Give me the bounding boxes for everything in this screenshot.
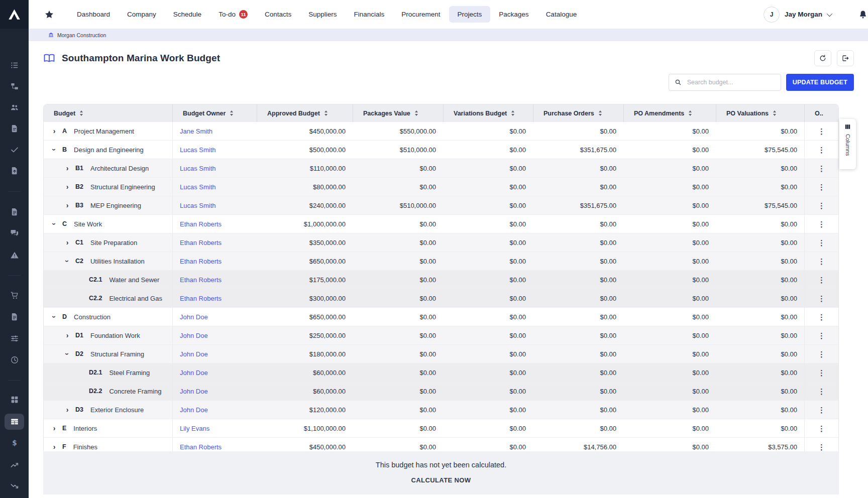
nav-item-financials[interactable]: Financials (345, 6, 393, 23)
kebab-menu-icon[interactable]: ⋮ (818, 146, 825, 154)
column-header-budget[interactable]: Budget (44, 104, 172, 122)
nav-item-company[interactable]: Company (119, 6, 165, 23)
nav-item-projects[interactable]: Projects (449, 6, 491, 23)
refresh-button[interactable] (814, 50, 831, 66)
sidebar-item-invoice[interactable] (0, 308, 29, 325)
sidebar-item-document[interactable] (0, 120, 29, 137)
table-row-d2[interactable]: › D2 Structural Framing John Doe $180,00… (44, 345, 838, 363)
sidebar-item-dashboard[interactable] (0, 391, 29, 408)
owner-link[interactable]: Jane Smith (180, 128, 212, 135)
expand-chevron-icon[interactable]: › (64, 350, 71, 357)
app-logo[interactable] (0, 0, 29, 29)
nav-item-to-do[interactable]: To-do 11 (210, 6, 256, 23)
table-row-b[interactable]: › B Design and Engineering Lucas Smith $… (44, 141, 838, 159)
kebab-menu-icon[interactable]: ⋮ (818, 165, 825, 172)
owner-link[interactable]: Lucas Smith (180, 202, 216, 209)
table-row-c[interactable]: › C Site Work Ethan Roberts $1,000,000.0… (44, 215, 838, 233)
kebab-menu-icon[interactable]: ⋮ (818, 202, 825, 209)
nav-item-contacts[interactable]: Contacts (256, 6, 300, 23)
expand-chevron-icon[interactable]: › (64, 202, 71, 209)
expand-chevron-icon[interactable]: › (51, 128, 58, 135)
expand-chevron-icon[interactable]: › (64, 183, 71, 190)
column-header-variations-budget[interactable]: Variations Budget (443, 104, 533, 122)
expand-chevron-icon[interactable]: › (51, 313, 58, 320)
sidebar-item-users[interactable] (0, 99, 29, 116)
export-button[interactable] (837, 50, 854, 66)
table-row-d1[interactable]: › D1 Foundation Work John Doe $250,000.0… (44, 326, 838, 345)
sidebar-item-invoice[interactable] (0, 203, 29, 220)
sidebar-item-budget-table[interactable] (0, 413, 29, 430)
owner-link[interactable]: Ethan Roberts (180, 276, 222, 284)
owner-link[interactable]: John Doe (180, 350, 208, 358)
table-row-c1[interactable]: › C1 Site Preparation Ethan Roberts $350… (44, 233, 838, 252)
owner-link[interactable]: Ethan Roberts (180, 295, 222, 302)
table-row-a[interactable]: › A Project Management Jane Smith $450,0… (44, 122, 838, 141)
sidebar-item-chat[interactable] (0, 224, 29, 241)
table-row-b2[interactable]: › B2 Structural Engineering Lucas Smith … (44, 178, 838, 196)
table-row-f[interactable]: › F Finishes Ethan Roberts $450,000.00 $… (44, 438, 838, 452)
sidebar-item-trend-up[interactable] (0, 456, 29, 473)
owner-link[interactable]: John Doe (180, 406, 208, 414)
kebab-menu-icon[interactable]: ⋮ (818, 183, 825, 191)
favorite-star-icon[interactable] (44, 10, 54, 20)
notifications-bell-icon[interactable] (858, 10, 868, 20)
columns-panel-tab[interactable]: Columns (839, 119, 856, 169)
table-row-b1[interactable]: › B1 Architectural Design Lucas Smith $1… (44, 159, 838, 178)
owner-link[interactable]: John Doe (180, 388, 208, 395)
column-header-budget-owner[interactable]: Budget Owner (172, 104, 257, 122)
user-menu[interactable]: J Jay Morgan (764, 7, 831, 23)
table-row-c2-1[interactable]: C2.1 Water and Sewer Ethan Roberts $175,… (44, 271, 838, 289)
search-box[interactable] (669, 74, 781, 91)
nav-item-dashboard[interactable]: Dashboard (68, 6, 119, 23)
owner-link[interactable]: Ethan Roberts (180, 220, 222, 228)
owner-link[interactable]: Lily Evans (180, 425, 209, 432)
expand-chevron-icon[interactable]: › (51, 220, 58, 227)
sidebar-item-clock[interactable] (0, 351, 29, 368)
owner-link[interactable]: Lucas Smith (180, 183, 216, 191)
expand-chevron-icon[interactable]: › (51, 425, 58, 432)
expand-chevron-icon[interactable]: › (51, 146, 58, 153)
nav-item-suppliers[interactable]: Suppliers (300, 6, 345, 23)
update-budget-button[interactable]: UPDATE BUDGET (786, 74, 854, 91)
owner-link[interactable]: Lucas Smith (180, 165, 216, 172)
table-row-d2-2[interactable]: D2.2 Concrete Framing John Doe $60,000.0… (44, 382, 838, 401)
kebab-menu-icon[interactable]: ⋮ (818, 388, 825, 395)
sidebar-item-warning[interactable] (0, 246, 29, 264)
column-header-po-valuations[interactable]: PO Valuations (716, 104, 804, 122)
nav-item-schedule[interactable]: Schedule (165, 6, 210, 23)
search-input[interactable] (686, 78, 775, 86)
table-row-c2[interactable]: › C2 Utilities Installation Ethan Robert… (44, 252, 838, 271)
kebab-menu-icon[interactable]: ⋮ (818, 350, 825, 358)
owner-link[interactable]: John Doe (180, 313, 208, 321)
expand-chevron-icon[interactable]: › (64, 239, 71, 246)
table-row-d3[interactable]: › D3 Exterior Enclosure John Doe $120,00… (44, 401, 838, 419)
kebab-menu-icon[interactable]: ⋮ (818, 313, 825, 321)
column-header-purchase-orders[interactable]: Purchase Orders (533, 104, 623, 122)
owner-link[interactable]: Ethan Roberts (180, 239, 222, 246)
sidebar-item-list[interactable] (0, 57, 29, 74)
kebab-menu-icon[interactable]: ⋮ (818, 239, 825, 246)
kebab-menu-icon[interactable]: ⋮ (818, 220, 825, 228)
sidebar-item-cart[interactable] (0, 287, 29, 304)
table-row-d2-1[interactable]: D2.1 Steel Framing John Doe $60,000.00 $… (44, 363, 838, 382)
kebab-menu-icon[interactable]: ⋮ (818, 425, 825, 432)
kebab-menu-icon[interactable]: ⋮ (818, 443, 825, 451)
owner-link[interactable]: Ethan Roberts (180, 443, 222, 451)
column-header-packages-value[interactable]: Packages Value (353, 104, 443, 122)
table-row-e[interactable]: › E Interiors Lily Evans $1,100,000.00 $… (44, 419, 838, 438)
kebab-menu-icon[interactable]: ⋮ (818, 332, 825, 339)
breadcrumb[interactable]: Morgan Construction (29, 29, 868, 41)
kebab-menu-icon[interactable]: ⋮ (818, 369, 825, 377)
owner-link[interactable]: John Doe (180, 332, 208, 339)
column-header-approved-budget[interactable]: Approved Budget (257, 104, 353, 122)
nav-item-packages[interactable]: Packages (490, 6, 537, 23)
owner-link[interactable]: John Doe (180, 369, 208, 377)
table-row-b3[interactable]: › B3 MEP Engineering Lucas Smith $240,00… (44, 196, 838, 215)
expand-chevron-icon[interactable]: › (64, 165, 71, 172)
expand-chevron-icon[interactable]: › (64, 332, 71, 339)
table-row-c2-2[interactable]: C2.2 Electrical and Gas Ethan Roberts $3… (44, 289, 838, 308)
table-row-d[interactable]: › D Construction John Doe $650,000.00 $0… (44, 308, 838, 326)
nav-item-procurement[interactable]: Procurement (393, 6, 449, 23)
column-header-po-amendments[interactable]: PO Amendments (623, 104, 716, 122)
owner-link[interactable]: Ethan Roberts (180, 258, 222, 265)
